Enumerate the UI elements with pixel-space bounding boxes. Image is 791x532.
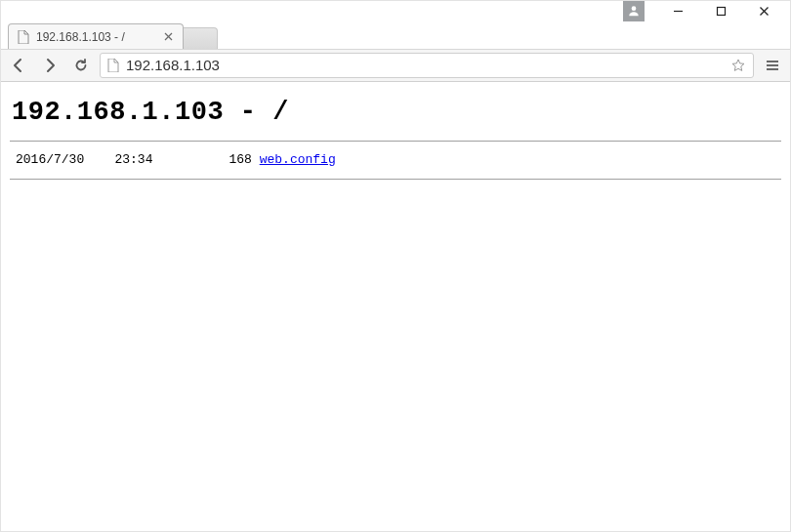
url-text: 192.168.1.103 bbox=[126, 54, 724, 77]
close-tab-icon[interactable] bbox=[161, 30, 175, 44]
back-button[interactable] bbox=[6, 53, 31, 78]
listing-date: 2016/7/30 bbox=[16, 152, 84, 167]
page-icon bbox=[106, 59, 120, 72]
listing-size: 168 bbox=[229, 152, 251, 167]
listing-time: 23:34 bbox=[114, 152, 152, 167]
maximize-button[interactable] bbox=[699, 0, 742, 21]
bookmark-star-icon[interactable] bbox=[729, 57, 747, 74]
new-tab-button[interactable] bbox=[183, 27, 218, 49]
menu-button[interactable] bbox=[760, 53, 785, 78]
tab-title: 192.168.1.103 - / bbox=[36, 30, 125, 44]
divider bbox=[10, 179, 781, 180]
svg-rect-2 bbox=[717, 7, 725, 15]
svg-point-0 bbox=[632, 6, 637, 11]
browser-tab[interactable]: 192.168.1.103 - / bbox=[8, 23, 184, 49]
window-titlebar bbox=[0, 0, 791, 21]
minimize-button[interactable] bbox=[656, 0, 699, 21]
directory-listing: 2016/7/30 23:34 168 web.config bbox=[10, 142, 781, 179]
user-account-icon[interactable] bbox=[623, 0, 645, 21]
file-link[interactable]: web.config bbox=[260, 152, 336, 167]
browser-toolbar: 192.168.1.103 bbox=[0, 49, 791, 82]
page-title: 192.168.1.103 - / bbox=[12, 98, 781, 127]
file-icon bbox=[17, 30, 30, 44]
tab-strip: 192.168.1.103 - / bbox=[0, 21, 791, 49]
close-window-button[interactable] bbox=[742, 0, 785, 21]
page-content: 192.168.1.103 - / 2016/7/30 23:34 168 we… bbox=[0, 82, 791, 189]
forward-button[interactable] bbox=[37, 53, 62, 78]
reload-button[interactable] bbox=[68, 53, 94, 78]
address-bar[interactable]: 192.168.1.103 bbox=[100, 53, 754, 78]
